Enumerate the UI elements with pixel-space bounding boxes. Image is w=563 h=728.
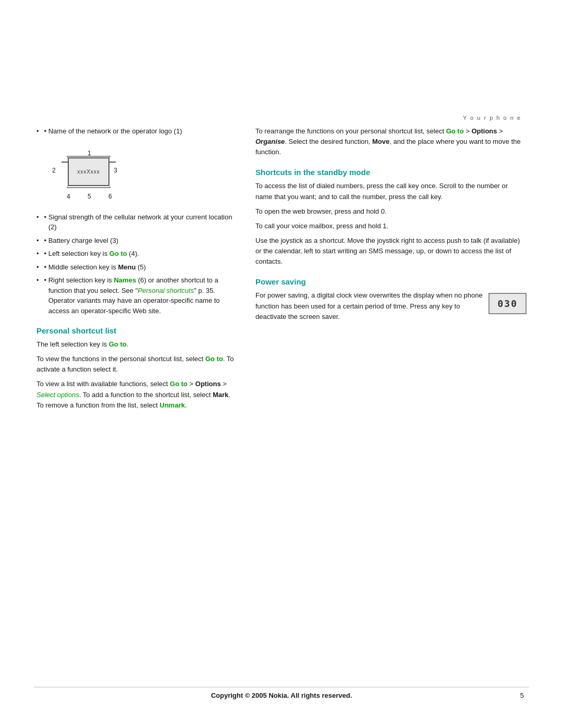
item-text: Battery charge level (3) [48, 236, 118, 246]
move-label: Move [372, 138, 389, 145]
bullet-marker: • [44, 126, 48, 137]
goto-label: Go to [109, 250, 127, 257]
footer-copyright: Copyright © 2005 Nokia. All rights reser… [211, 692, 352, 699]
item-text: Signal strength of the cellular network … [48, 212, 235, 232]
item-text: Right selection key is Names (6) or anot… [48, 275, 235, 316]
item-text: Middle selection key is Menu (5) [48, 262, 146, 273]
power-saving-section: For power saving, a digital clock view o… [255, 290, 527, 326]
bullet: • [44, 249, 48, 259]
side-line-left [62, 162, 68, 163]
bullet: • [44, 212, 48, 223]
bullet-list-2: • Signal strength of the cellular networ… [36, 212, 235, 316]
header-text: Y o u r p h o n e [463, 115, 521, 121]
menu-label: Menu [118, 263, 136, 271]
power-saving-text: For power saving, a digital clock view o… [255, 290, 483, 326]
select-options-link[interactable]: Select options [36, 391, 79, 399]
page-number: 5 [520, 692, 524, 699]
organise-label: Organise [255, 138, 285, 145]
phone-screen: xxxXxxx [68, 157, 109, 186]
side-line-right [109, 162, 116, 163]
unmark-label: Unmark [160, 401, 185, 409]
standby-p3: To call your voice mailbox, press and ho… [255, 221, 527, 231]
options-label: Options [195, 380, 221, 388]
bullet: • [44, 236, 48, 246]
content-area: • Name of the network or the operator lo… [0, 126, 563, 415]
item-text: Name of the network or the operator logo… [48, 126, 182, 137]
list-item-middle-key: • Middle selection key is Menu (5) [36, 262, 235, 273]
footer: Copyright © 2005 Nokia. All rights reser… [34, 687, 529, 699]
right-column: To rearrange the functions on your perso… [255, 126, 527, 415]
item-text: Left selection key is Go to (4). [48, 249, 139, 259]
standby-p4: Use the joystick as a shortcut. Move the… [255, 236, 527, 267]
diagram-label-3: 3 [114, 167, 117, 174]
page-header: Y o u r p h o n e [0, 0, 563, 126]
personal-shortcut-heading: Personal shortcut list [36, 326, 235, 335]
shortcuts-standby-heading: Shortcuts in the standby mode [255, 168, 527, 177]
diagram-label-6: 6 [108, 193, 112, 200]
diagram-label-5: 5 [88, 193, 91, 200]
personal-shortcut-p1: The left selection key is Go to. [36, 339, 235, 350]
list-item-right-key: • Right selection key is Names (6) or an… [36, 275, 235, 316]
bullet: • [44, 262, 48, 273]
goto-inline-2: Go to [205, 355, 223, 363]
page: Y o u r p h o n e • Name of the network … [0, 0, 563, 728]
clock-display: 030 [488, 293, 527, 314]
screen-text: xxxXxxx [77, 169, 100, 175]
list-item-battery: • Battery charge level (3) [36, 236, 235, 246]
rearrange-paragraph: To rearrange the functions on your perso… [255, 126, 527, 157]
diagram-label-4: 4 [67, 193, 70, 200]
bullet: • [44, 275, 48, 286]
phone-diagram: 1 2 3 xxxXxxx 4 5 6 [47, 147, 130, 204]
mark-label: Mark [213, 391, 228, 399]
diagram-label-2: 2 [52, 167, 56, 174]
names-label: Names [114, 276, 136, 284]
options-rearrange: Options [471, 127, 497, 135]
goto-inline-3: Go to [170, 380, 188, 388]
bracket-bottom [67, 187, 111, 188]
power-saving-p1: For power saving, a digital clock view o… [255, 290, 483, 322]
standby-p1: To access the list of dialed numbers, pr… [255, 181, 527, 202]
goto-rearrange: Go to [446, 127, 464, 135]
bullet-list: • Name of the network or the operator lo… [36, 126, 235, 137]
list-item-signal: • Signal strength of the cellular networ… [36, 212, 235, 232]
personal-shortcut-p3: To view a list with available functions,… [36, 379, 235, 410]
list-item-left-key: • Left selection key is Go to (4). [36, 249, 235, 259]
personal-shortcuts-link[interactable]: Personal shortcuts [138, 287, 194, 294]
power-saving-heading: Power saving [255, 277, 527, 286]
list-item: • Name of the network or the operator lo… [36, 126, 235, 137]
standby-p2: To open the web browser, press and hold … [255, 206, 527, 217]
personal-shortcut-p2: To view the functions in the personal sh… [36, 354, 235, 375]
left-column: • Name of the network or the operator lo… [36, 126, 235, 415]
clock-time: 030 [497, 298, 518, 309]
footer-page-number: 5 [520, 687, 524, 699]
goto-inline: Go to [109, 340, 127, 348]
